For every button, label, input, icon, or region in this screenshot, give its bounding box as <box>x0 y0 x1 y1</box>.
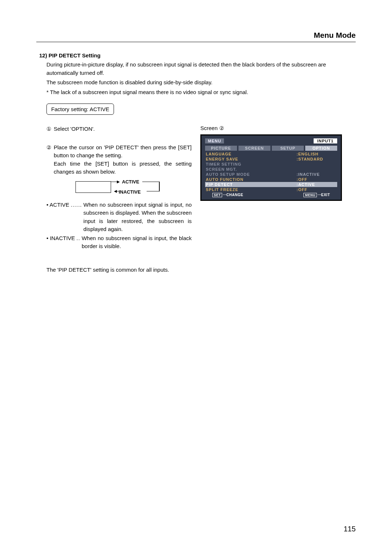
osd-row-screen-mgt-val <box>297 167 336 171</box>
bullet-inactive-term: • INACTIVE <box>46 234 75 251</box>
osd-menu: MENU INPUT1 PICTURE SCREEN SETUP OPTION … <box>200 134 342 201</box>
step-2-line-1: Place the cursor on 'PIP DETECT' then pr… <box>54 143 192 160</box>
osd-footer-exit-text: ···EXIT <box>318 193 330 197</box>
paragraph-3: * The lack of a subscreen input signal m… <box>46 88 356 97</box>
bullet-active-def: When no subscreen input signal is input,… <box>83 201 192 234</box>
cycle-box <box>75 181 111 193</box>
osd-tab-picture[interactable]: PICTURE <box>205 146 237 151</box>
osd-row-auto-function[interactable]: AUTO FUNCTION :OFF <box>205 177 337 182</box>
factory-setting-box: Factory setting: ACTIVE <box>46 104 114 115</box>
osd-row-split-freeze-key: SPLIT FREEZE <box>206 187 297 192</box>
osd-tab-screen[interactable]: SCREEN <box>238 146 270 151</box>
page-header-title: Menu Mode <box>36 31 356 42</box>
osd-row-screen-mgt-key: SCREEN MGT. <box>206 167 297 171</box>
bullet-list: • ACTIVE ...... When no subscreen input … <box>46 201 192 251</box>
osd-row-auto-setup-val: :INACTIVE <box>297 172 336 177</box>
cycle-line-bot-right <box>147 191 160 192</box>
osd-row-timer-val <box>297 162 336 166</box>
section-heading: 12) PIP DETECT Setting <box>39 52 356 58</box>
osd-row-energy-val: :STANDARD <box>297 157 336 161</box>
step-2: ② Place the cursor on 'PIP DETECT' then … <box>46 143 192 176</box>
bullet-inactive-dots: .. <box>77 234 80 251</box>
osd-row-timer[interactable]: TIMER SETTING <box>205 162 337 167</box>
step-2-body: Place the cursor on 'PIP DETECT' then pr… <box>54 143 192 176</box>
osd-row-language-val: :ENGLISH <box>297 152 336 156</box>
osd-row-energy-save[interactable]: ENERGY SAVE :STANDARD <box>205 157 337 162</box>
bullet-active-term: • ACTIVE <box>46 201 69 234</box>
osd-footer-left: SET···CHANGE <box>212 193 243 197</box>
osd-footer: SET···CHANGE MENU···EXIT <box>205 192 337 197</box>
arrow-left-icon <box>114 190 117 193</box>
osd-row-auto-setup[interactable]: AUTO SETUP MODE :INACTIVE <box>205 172 337 177</box>
osd-row-language-key: LANGUAGE <box>206 152 297 156</box>
osd-row-split-freeze-val: :OFF <box>297 187 336 192</box>
left-column: ① Select 'OPTION'. ② Place the cursor on… <box>46 125 192 273</box>
osd-footer-change-text: ···CHANGE <box>223 193 243 197</box>
osd-row-energy-key: ENERGY SAVE <box>206 157 297 161</box>
right-column: Screen ② MENU INPUT1 PICTURE SCREEN SETU… <box>200 125 356 273</box>
step-1-number: ① <box>46 125 54 133</box>
bullet-active: • ACTIVE ...... When no subscreen input … <box>46 201 192 234</box>
osd-row-pip-detect-val: :ACTIVE <box>297 182 336 187</box>
step-1-text: Select 'OPTION'. <box>54 125 192 133</box>
paragraph-2: The subscreen mode function is disabled … <box>46 78 356 87</box>
osd-row-auto-setup-key: AUTO SETUP MODE <box>206 172 297 177</box>
cycle-line-bot <box>117 191 119 192</box>
bullet-inactive: • INACTIVE .. When no subscreen signal i… <box>46 234 192 251</box>
osd-row-pip-detect-key: PIP DETECT <box>206 182 297 187</box>
page-number: 115 <box>344 525 356 533</box>
paragraph-1: During picture-in-picture display, if no… <box>46 61 356 77</box>
cycle-label-inactive: INACTIVE <box>119 189 141 195</box>
step-1: ① Select 'OPTION'. <box>46 125 192 133</box>
osd-row-language[interactable]: LANGUAGE :ENGLISH <box>205 151 337 157</box>
bullet-active-dots: ...... <box>71 201 82 234</box>
common-note: The 'PIP DETECT' setting is common for a… <box>46 267 192 273</box>
cycle-line-top-right <box>142 182 160 182</box>
osd-row-split-freeze[interactable]: SPLIT FREEZE :OFF <box>205 187 337 192</box>
arrow-right-icon <box>117 181 120 183</box>
osd-menu-badge: MENU <box>205 138 224 143</box>
osd-row-auto-function-key: AUTO FUNCTION <box>206 177 297 182</box>
osd-row-screen-mgt[interactable]: SCREEN MGT. <box>205 167 337 172</box>
step-2-line-2: Each time the [SET] button is pressed, t… <box>54 160 192 176</box>
step-2-number: ② <box>46 143 54 176</box>
osd-tab-option[interactable]: OPTION <box>305 146 337 151</box>
cycle-label-active: ACTIVE <box>122 179 139 185</box>
cycle-diagram: ACTIVE INACTIVE <box>75 179 163 195</box>
cycle-line-right-vert <box>159 182 160 191</box>
osd-row-timer-key: TIMER SETTING <box>206 162 297 166</box>
osd-row-auto-function-val: :OFF <box>297 177 336 182</box>
osd-footer-menu-button: MENU <box>303 193 317 197</box>
osd-tabs: PICTURE SCREEN SETUP OPTION <box>205 146 337 151</box>
osd-input-badge: INPUT1 <box>314 138 337 143</box>
osd-footer-right: MENU···EXIT <box>303 193 330 197</box>
bullet-inactive-def: When no subscreen signal is input, the b… <box>82 234 192 251</box>
osd-tab-setup[interactable]: SETUP <box>272 146 304 151</box>
screen-label: Screen ② <box>200 125 356 131</box>
osd-footer-set-button: SET <box>212 193 222 197</box>
osd-row-pip-detect[interactable]: PIP DETECT :ACTIVE <box>205 182 337 187</box>
